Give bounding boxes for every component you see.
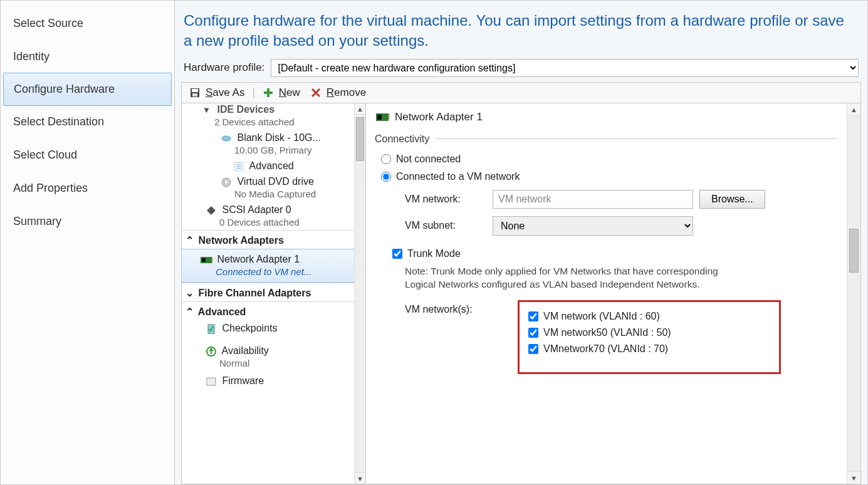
vm-subnet-select[interactable]: None bbox=[493, 216, 693, 236]
scroll-thumb[interactable] bbox=[356, 117, 364, 161]
availability-icon bbox=[206, 346, 217, 357]
tree-scsi-adapter[interactable]: SCSI Adapter 0 bbox=[222, 204, 291, 215]
radio-connected-label: Connected to a VM network bbox=[396, 171, 520, 182]
scroll-up-icon[interactable]: ▲ bbox=[355, 103, 365, 115]
tree-disk-advanced[interactable]: Advanced bbox=[249, 160, 294, 171]
remove-label: Remove bbox=[327, 86, 366, 99]
vm-network-item-label: VM network50 (VLANId : 50) bbox=[543, 327, 671, 338]
tree-ide-sub: 2 Devices attached bbox=[201, 117, 295, 127]
vm-network-item-checkbox[interactable] bbox=[528, 311, 538, 321]
chevron-down-icon: ▾ bbox=[201, 105, 212, 116]
tree-network-adapter-1-sub: Connected to VM net... bbox=[201, 266, 311, 277]
network-card-icon bbox=[201, 254, 212, 266]
scroll-up-icon[interactable]: ▲ bbox=[847, 103, 860, 116]
scroll-down-icon[interactable]: ▼ bbox=[355, 472, 365, 484]
browse-button[interactable]: Browse... bbox=[699, 190, 765, 209]
hardware-profile-label: Hardware profile: bbox=[184, 61, 264, 74]
nav-select-destination[interactable]: Select Destination bbox=[1, 105, 174, 138]
trunk-mode-label: Trunk Mode bbox=[407, 248, 461, 259]
vm-network-item[interactable]: VM network50 (VLANId : 50) bbox=[528, 325, 760, 341]
svg-rect-16 bbox=[202, 258, 206, 262]
hardware-profile-select[interactable]: [Default - create new hardware configura… bbox=[271, 59, 859, 77]
tree-ide-devices[interactable]: IDE Devices bbox=[217, 104, 275, 115]
hardware-tree: ▾ IDE Devices 2 Devices attached Blank D… bbox=[182, 103, 366, 484]
wizard-nav: Select Source Identity Configure Hardwar… bbox=[1, 1, 175, 484]
tree-scrollbar[interactable]: ▲ ▼ bbox=[354, 103, 365, 484]
radio-not-connected[interactable]: Not connected bbox=[375, 151, 838, 169]
vm-network-label: VM network: bbox=[405, 194, 486, 205]
nav-configure-hardware[interactable]: Configure Hardware bbox=[3, 73, 172, 106]
svg-point-7 bbox=[222, 136, 231, 141]
tree-scsi-sub: 0 Devices attached bbox=[206, 217, 300, 227]
scroll-down-icon[interactable]: ▼ bbox=[847, 471, 860, 484]
nav-add-properties[interactable]: Add Properties bbox=[1, 172, 174, 205]
vm-network-item[interactable]: VMnetwork70 (VLANId : 70) bbox=[528, 341, 760, 357]
tree-network-adapters-header[interactable]: Network Adapters bbox=[198, 235, 283, 246]
toolbar-separator: | bbox=[251, 86, 256, 99]
svg-rect-4 bbox=[264, 91, 273, 94]
network-card-icon bbox=[376, 112, 387, 122]
save-as-button[interactable]: Save As bbox=[186, 85, 248, 100]
plus-icon bbox=[263, 87, 274, 98]
vm-network-item[interactable]: VM network (VLANId : 60) bbox=[528, 308, 760, 325]
svg-rect-17 bbox=[212, 258, 213, 259]
detail-scrollbar[interactable]: ▲ ▼ bbox=[847, 103, 860, 484]
tree-checkpoints[interactable]: Checkpoints bbox=[222, 323, 277, 333]
radio-connected-input[interactable] bbox=[381, 172, 391, 182]
checkpoints-icon bbox=[206, 323, 217, 335]
content-area: Configure hardware for the virtual machi… bbox=[175, 1, 867, 484]
vm-network-item-label: VM network (VLANId : 60) bbox=[543, 311, 660, 322]
toolbar: Save As | New Remove bbox=[181, 82, 861, 103]
vm-networks-list: VM network (VLANId : 60) VM network50 (V… bbox=[518, 300, 781, 374]
svg-rect-24 bbox=[377, 115, 382, 120]
dvd-icon bbox=[221, 177, 232, 188]
vm-network-item-checkbox[interactable] bbox=[528, 328, 538, 338]
tree-network-adapter-1[interactable]: Network Adapter 1 bbox=[217, 254, 300, 264]
tree-dvd-drive[interactable]: Virtual DVD drive bbox=[237, 176, 313, 187]
nav-select-cloud[interactable]: Select Cloud bbox=[1, 138, 174, 172]
remove-button[interactable]: Remove bbox=[306, 85, 370, 100]
nav-summary[interactable]: Summary bbox=[1, 205, 174, 238]
tree-blank-disk[interactable]: Blank Disk - 10G... bbox=[237, 132, 320, 143]
svg-rect-25 bbox=[389, 114, 390, 115]
nav-select-source[interactable]: Select Source bbox=[1, 7, 174, 40]
svg-point-13 bbox=[225, 181, 227, 184]
tree-dvd-sub: No Media Captured bbox=[221, 189, 316, 199]
svg-rect-1 bbox=[192, 89, 198, 92]
radio-not-connected-label: Not connected bbox=[396, 154, 461, 165]
collapse-icon[interactable]: ⌄ bbox=[186, 287, 196, 299]
svg-rect-26 bbox=[389, 116, 390, 117]
scsi-icon bbox=[206, 205, 217, 216]
collapse-icon[interactable]: ⌃ bbox=[186, 306, 196, 318]
trunk-mode-checkbox-row[interactable]: Trunk Mode bbox=[375, 239, 838, 263]
svg-rect-2 bbox=[192, 93, 197, 96]
trunk-mode-checkbox[interactable] bbox=[392, 249, 402, 259]
tree-firmware[interactable]: Firmware bbox=[222, 375, 264, 386]
svg-rect-18 bbox=[212, 259, 213, 261]
tree-blank-disk-sub: 10.00 GB, Primary bbox=[221, 145, 311, 155]
scroll-thumb[interactable] bbox=[849, 229, 859, 273]
detail-panel: Network Adapter 1 Connectivity Not conne… bbox=[366, 103, 860, 484]
trunk-mode-note: Note: Trunk Mode only applied for VM Net… bbox=[375, 263, 726, 295]
new-label: New bbox=[279, 86, 300, 99]
connectivity-group-label: Connectivity bbox=[375, 133, 429, 145]
vm-network-field[interactable] bbox=[493, 190, 693, 209]
vm-networks-label: VM network(s): bbox=[405, 300, 505, 315]
nav-identity[interactable]: Identity bbox=[1, 40, 174, 73]
radio-not-connected-input[interactable] bbox=[381, 154, 391, 164]
list-icon bbox=[233, 161, 244, 172]
radio-connected[interactable]: Connected to a VM network bbox=[375, 169, 838, 186]
vm-network-item-checkbox[interactable] bbox=[528, 344, 538, 354]
disk-icon bbox=[221, 133, 232, 144]
detail-title: Network Adapter 1 bbox=[395, 111, 483, 123]
svg-marker-14 bbox=[207, 206, 216, 215]
collapse-icon[interactable]: ⌃ bbox=[186, 234, 196, 246]
tree-fibre-channel-header[interactable]: Fibre Channel Adapters bbox=[198, 288, 311, 298]
save-as-label: Save As bbox=[206, 86, 244, 99]
new-button[interactable]: New bbox=[259, 85, 304, 100]
save-icon bbox=[189, 87, 201, 98]
svg-rect-22 bbox=[207, 378, 216, 385]
tree-advanced-header[interactable]: Advanced bbox=[198, 306, 246, 317]
tree-availability[interactable]: Availability bbox=[222, 345, 269, 356]
vm-network-item-label: VMnetwork70 (VLANId : 70) bbox=[543, 343, 668, 355]
